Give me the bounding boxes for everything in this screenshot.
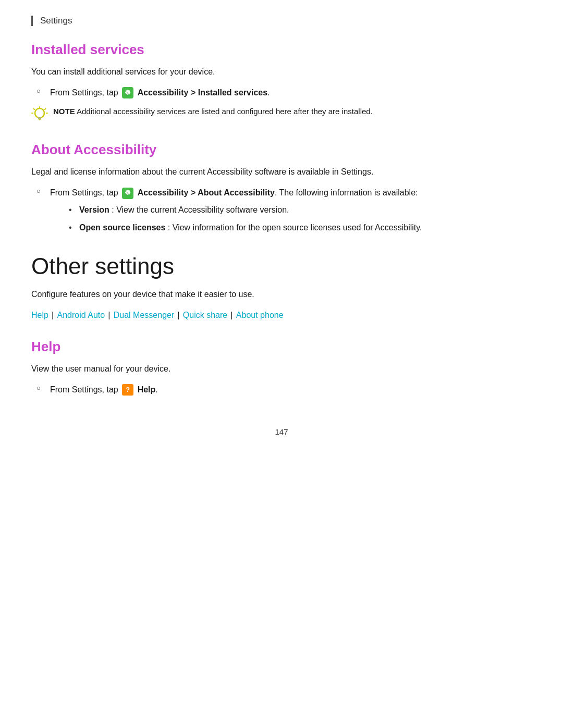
- installed-services-heading: Installed services: [31, 42, 532, 58]
- page-header: Settings: [31, 16, 532, 26]
- installed-services-list: From Settings, tap ☸ Accessibility > Ins…: [31, 86, 532, 100]
- other-settings-heading: Other settings: [31, 253, 532, 279]
- list-bold-text: Accessibility > About Accessibility: [138, 188, 275, 197]
- svg-line-2: [34, 109, 35, 110]
- separator-3: |: [177, 311, 182, 319]
- note-label: NOTE: [53, 107, 75, 116]
- svg-point-0: [35, 108, 44, 118]
- about-accessibility-section: About Accessibility Legal and license in…: [31, 142, 532, 234]
- open-source-bold: Open source licenses: [79, 223, 165, 232]
- list-prefix: From Settings, tap: [50, 88, 120, 97]
- help-heading: Help: [31, 339, 532, 355]
- separator-1: |: [52, 311, 56, 319]
- separator-2: |: [108, 311, 113, 319]
- installed-services-section: Installed services You can install addit…: [31, 42, 532, 123]
- header-label: Settings: [40, 16, 72, 26]
- list-item: Version : View the current Accessibility…: [69, 203, 532, 217]
- list-prefix: From Settings, tap: [50, 188, 120, 197]
- about-accessibility-list: From Settings, tap ☸ Accessibility > Abo…: [31, 186, 532, 235]
- list-suffix: .: [267, 88, 270, 97]
- list-item: From Settings, tap ? Help.: [31, 383, 532, 397]
- help-list: From Settings, tap ? Help.: [31, 383, 532, 397]
- sub-list: Version : View the current Accessibility…: [69, 203, 532, 234]
- accessibility-icon-2: ☸: [122, 188, 133, 199]
- list-suffix: .: [155, 385, 157, 394]
- help-link[interactable]: Help: [31, 311, 48, 319]
- separator-4: |: [230, 311, 235, 319]
- dual-messenger-link[interactable]: Dual Messenger: [114, 311, 175, 319]
- note-body: Additional accessibility services are li…: [77, 107, 373, 116]
- list-bold-text: Help: [138, 385, 156, 394]
- help-icon: ?: [122, 384, 133, 396]
- about-accessibility-body: Legal and license information about the …: [31, 165, 532, 179]
- accessibility-icon: ☸: [122, 87, 133, 98]
- note-text: NOTE Additional accessibility services a…: [53, 105, 373, 118]
- list-item: From Settings, tap ☸ Accessibility > Ins…: [31, 86, 532, 100]
- android-auto-link[interactable]: Android Auto: [57, 311, 105, 319]
- list-item: Open source licenses : View information …: [69, 221, 532, 235]
- help-body: View the user manual for your device.: [31, 362, 532, 376]
- other-settings-chapter: Other settings Configure features on you…: [31, 253, 532, 323]
- about-phone-link[interactable]: About phone: [236, 311, 284, 319]
- version-text: : View the current Accessibility softwar…: [112, 205, 289, 214]
- list-prefix: From Settings, tap: [50, 385, 120, 394]
- page-number: 147: [31, 427, 532, 436]
- list-bold-text: Accessibility > Installed services: [138, 88, 267, 97]
- open-source-text: : View information for the open source l…: [168, 223, 422, 232]
- installed-services-body: You can install additional services for …: [31, 65, 532, 79]
- lightbulb-icon: [31, 106, 48, 123]
- quick-share-link[interactable]: Quick share: [183, 311, 227, 319]
- help-section: Help View the user manual for your devic…: [31, 339, 532, 396]
- other-settings-body: Configure features on your device that m…: [31, 288, 532, 301]
- about-accessibility-heading: About Accessibility: [31, 142, 532, 158]
- svg-line-3: [45, 109, 46, 110]
- list-item: From Settings, tap ☸ Accessibility > Abo…: [31, 186, 532, 235]
- note-box: NOTE Additional accessibility services a…: [31, 105, 532, 123]
- list-suffix: . The following information is available…: [275, 188, 418, 197]
- version-bold: Version: [79, 205, 109, 214]
- links-row: Help | Android Auto | Dual Messenger | Q…: [31, 308, 532, 323]
